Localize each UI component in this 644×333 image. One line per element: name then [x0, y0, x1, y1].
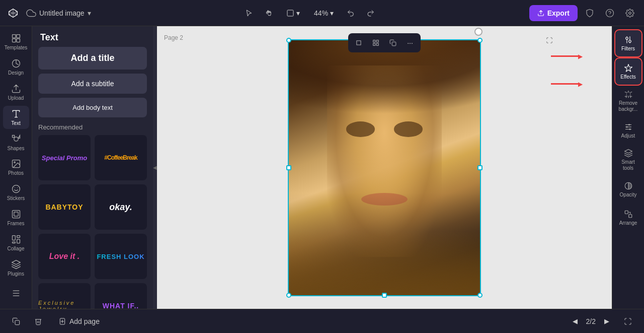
canvas-wrapper[interactable]	[289, 40, 480, 295]
next-page-btn[interactable]: ▶	[600, 314, 614, 328]
canvas-grid-btn[interactable]	[368, 35, 383, 50]
delete-page-btn[interactable]	[30, 313, 46, 329]
topbar-right: Export	[529, 5, 638, 21]
remove-bg-icon	[624, 90, 633, 99]
template-special-promo[interactable]: Special Promo	[38, 135, 91, 180]
svg-point-2	[629, 12, 631, 14]
sidebar-label-stickers: Stickers	[7, 195, 25, 201]
remove-bg-label: Remove backgr...	[618, 100, 638, 112]
smart-tools-btn[interactable]: Smart tools	[615, 146, 641, 174]
sidebar-label-templates: Templates	[5, 45, 28, 50]
sidebar-label-upload: Upload	[8, 95, 24, 101]
red-arrows-container: ▶ ▶	[551, 55, 579, 85]
adjust-label: Adjust	[621, 133, 635, 139]
main-layout: Templates Design Upload Text Shapes Phot…	[0, 26, 644, 309]
logo[interactable]	[6, 6, 20, 20]
handle-middle-right[interactable]	[477, 165, 482, 170]
svg-rect-5	[12, 39, 16, 42]
handle-bottom-middle[interactable]	[382, 293, 387, 298]
recommended-label: Recommended	[38, 123, 147, 131]
sidebar-item-text[interactable]: Text	[3, 106, 29, 129]
sidebar-item-shapes[interactable]: Shapes	[3, 131, 29, 154]
handle-bottom-right[interactable]	[477, 293, 482, 298]
filters-icon	[624, 35, 633, 44]
prev-page-btn[interactable]: ◀	[568, 314, 582, 328]
effects-icon	[624, 63, 633, 73]
template-okay-text: okay.	[109, 202, 132, 213]
add-body-btn[interactable]: Add body text	[38, 98, 147, 117]
total-pages: 2	[592, 317, 596, 325]
zoom-btn[interactable]: 44% ▾	[309, 7, 339, 19]
help-btn[interactable]	[602, 5, 618, 21]
template-what-if-text: WHAT IF..	[103, 302, 139, 309]
shield-icon-btn[interactable]	[582, 5, 598, 21]
filters-btn[interactable]: Filters	[615, 30, 641, 56]
handle-top-right[interactable]	[477, 38, 482, 43]
add-subtitle-btn[interactable]: Add a subtitle	[38, 74, 147, 94]
svg-point-37	[626, 126, 627, 127]
sidebar-item-templates[interactable]: Templates	[3, 30, 29, 53]
opacity-icon	[624, 181, 633, 190]
expand-btn[interactable]	[542, 33, 556, 47]
page-current: 2/2	[586, 317, 596, 325]
sidebar-item-collage[interactable]: Collage	[3, 231, 29, 254]
template-fresh-look[interactable]: FRESH LOOK	[95, 234, 147, 279]
select-tool-btn[interactable]	[241, 5, 257, 21]
template-okay[interactable]: okay.	[95, 184, 147, 230]
sidebar-item-frames[interactable]: Frames	[3, 206, 29, 229]
template-love-it-text: Love it .	[49, 252, 79, 261]
handle-bottom-left[interactable]	[286, 293, 291, 298]
hair-top	[289, 40, 480, 155]
panel-collapse-handle[interactable]: ◀	[153, 26, 157, 309]
opacity-btn[interactable]: Opacity	[615, 176, 641, 203]
add-title-btn[interactable]: Add a title	[38, 47, 147, 70]
canvas-expand-controls	[542, 33, 556, 47]
arrange-icon	[624, 210, 633, 219]
effects-btn[interactable]: Effects	[615, 58, 641, 85]
svg-point-13	[12, 185, 20, 193]
arrow-head-2: ▶	[578, 81, 583, 88]
zoom-value: 44%	[314, 9, 328, 17]
copy-page-btn[interactable]	[8, 313, 24, 329]
sidebar-item-photos[interactable]: Photos	[3, 156, 29, 179]
filters-label: Filters	[621, 46, 635, 52]
template-exclusive-jewelry[interactable]: Exclusive Jewelry	[38, 283, 91, 309]
template-love-it[interactable]: Love it .	[38, 234, 91, 279]
canvas-more-options-btn[interactable]: ···	[403, 35, 418, 50]
remove-bg-btn[interactable]: Remove backgr...	[615, 87, 641, 115]
arrange-btn[interactable]: Arrange	[615, 205, 641, 231]
template-coffee-break[interactable]: #CoffeeBreak	[95, 135, 147, 180]
fullscreen-btn[interactable]	[620, 313, 636, 329]
file-name[interactable]: Untitled image ▾	[26, 8, 91, 18]
recommended-section: Recommended Special Promo #CoffeeBreak B…	[32, 123, 153, 309]
frame-select-btn[interactable]: ▾	[281, 7, 305, 19]
export-button[interactable]: Export	[529, 5, 578, 21]
undo-btn[interactable]	[343, 5, 359, 21]
left-sidebar-icons: Templates Design Upload Text Shapes Phot…	[0, 26, 32, 309]
template-what-if[interactable]: WHAT IF..	[95, 283, 147, 309]
adjust-btn[interactable]: Adjust	[615, 117, 641, 144]
svg-point-36	[628, 124, 630, 125]
sidebar-item-upload[interactable]: Upload	[3, 81, 29, 104]
canvas-crop-btn[interactable]	[351, 35, 366, 50]
hand-tool-btn[interactable]	[261, 5, 277, 21]
pagination: ◀ 2/2 ▶	[568, 314, 614, 328]
template-babytoy[interactable]: BABYTOY	[38, 184, 91, 230]
sidebar-item-more[interactable]	[3, 282, 29, 305]
handle-middle-left[interactable]	[286, 165, 291, 170]
export-icon	[537, 10, 544, 17]
handle-rotate[interactable]	[474, 28, 482, 36]
settings-btn[interactable]	[622, 5, 638, 21]
arrow-line-2: ▶	[551, 83, 579, 85]
template-coffee-break-text: #CoffeeBreak	[104, 154, 137, 161]
sidebar-label-frames: Frames	[8, 221, 25, 226]
sidebar-item-plugins[interactable]: Plugins	[3, 256, 29, 280]
smart-tools-icon	[624, 149, 633, 158]
handle-top-left[interactable]	[286, 38, 291, 43]
add-page-btn[interactable]: Add page	[52, 314, 106, 328]
sidebar-item-stickers[interactable]: Stickers	[3, 181, 29, 204]
canvas-copy-btn[interactable]	[385, 35, 400, 50]
sidebar-label-text: Text	[11, 120, 20, 126]
sidebar-item-design[interactable]: Design	[3, 55, 29, 79]
redo-btn[interactable]	[363, 5, 379, 21]
